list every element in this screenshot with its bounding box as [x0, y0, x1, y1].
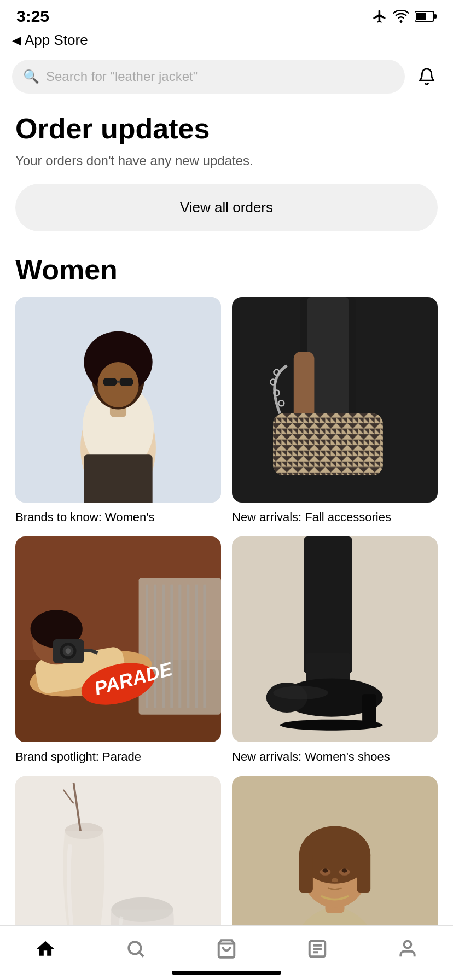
svg-rect-38 — [195, 585, 198, 708]
product-image-2 — [232, 297, 438, 503]
product-grid: Brands to know: Women's — [15, 297, 438, 980]
svg-rect-6 — [84, 454, 152, 503]
order-updates-title: Order updates — [15, 113, 438, 144]
orders-icon — [307, 938, 328, 959]
back-arrow-icon: ◀ — [12, 33, 21, 48]
view-all-orders-button[interactable]: View all orders — [15, 184, 438, 231]
women-section-title: Women — [15, 253, 438, 286]
search-icon: 🔍 — [23, 69, 39, 84]
back-label: App Store — [25, 32, 88, 49]
bell-icon — [417, 67, 436, 86]
svg-rect-34 — [162, 585, 165, 708]
airplane-icon — [372, 9, 387, 24]
notification-bell[interactable] — [413, 62, 441, 91]
svg-rect-36 — [178, 585, 181, 708]
svg-point-61 — [65, 822, 103, 839]
svg-rect-72 — [299, 851, 313, 892]
women-section: Women — [15, 253, 438, 980]
svg-rect-13 — [117, 381, 119, 383]
product-image-1 — [15, 297, 221, 503]
svg-rect-2 — [434, 14, 437, 19]
search-placeholder: Search for "leather jacket" — [46, 69, 198, 84]
product-card-fall-accessories[interactable]: New arrivals: Fall accessories — [232, 297, 438, 526]
tab-search[interactable] — [91, 926, 182, 971]
wifi-icon — [393, 10, 409, 23]
svg-point-57 — [273, 686, 328, 699]
status-time: 3:25 — [16, 7, 49, 26]
svg-point-81 — [404, 941, 411, 948]
svg-rect-51 — [304, 536, 352, 674]
product-card-womens-shoes[interactable]: New arrivals: Women's shoes — [232, 536, 438, 765]
product-image-3: PARADE — [15, 536, 221, 742]
main-content: Order updates Your orders don't have any… — [0, 102, 453, 980]
product-label-3: Brand spotlight: Parade — [15, 749, 221, 765]
svg-rect-55 — [362, 694, 376, 725]
svg-rect-39 — [203, 585, 206, 708]
product-card-parade[interactable]: PARADE Brand spotlight: Parade — [15, 536, 221, 765]
profile-icon — [397, 938, 418, 959]
tab-home[interactable] — [0, 926, 91, 971]
product-label-1: Brands to know: Women's — [15, 509, 221, 526]
tab-profile[interactable] — [362, 926, 453, 971]
home-indicator — [172, 971, 281, 975]
svg-point-76 — [322, 868, 328, 873]
order-updates-subtitle: Your orders don't have any new updates. — [15, 153, 438, 168]
svg-rect-73 — [357, 851, 370, 892]
product-label-4: New arrivals: Women's shoes — [232, 749, 438, 765]
svg-rect-24 — [273, 413, 383, 475]
search-tab-icon — [125, 938, 146, 959]
status-bar: 3:25 — [0, 0, 453, 30]
svg-rect-33 — [154, 585, 156, 708]
tab-orders[interactable] — [272, 926, 363, 971]
svg-point-79 — [129, 942, 141, 954]
svg-rect-11 — [103, 378, 117, 386]
svg-rect-37 — [187, 585, 189, 708]
svg-point-56 — [280, 720, 383, 731]
svg-rect-35 — [170, 585, 173, 708]
svg-rect-1 — [416, 13, 426, 20]
svg-rect-12 — [120, 378, 133, 386]
bag-icon — [216, 938, 237, 959]
order-updates-section: Order updates Your orders don't have any… — [15, 113, 438, 253]
svg-point-49 — [65, 648, 71, 654]
battery-icon — [415, 10, 437, 22]
back-nav[interactable]: ◀ App Store — [0, 30, 453, 54]
svg-point-77 — [342, 868, 347, 873]
home-icon — [35, 938, 56, 959]
status-icons — [372, 9, 437, 24]
product-card-brands-to-know[interactable]: Brands to know: Women's — [15, 297, 221, 526]
search-bar-row: 🔍 Search for "leather jacket" — [0, 54, 453, 102]
product-image-4 — [232, 536, 438, 742]
svg-point-78 — [332, 878, 339, 882]
tab-bag[interactable] — [181, 926, 272, 971]
search-bar[interactable]: 🔍 Search for "leather jacket" — [12, 60, 405, 94]
product-label-2: New arrivals: Fall accessories — [232, 509, 438, 526]
